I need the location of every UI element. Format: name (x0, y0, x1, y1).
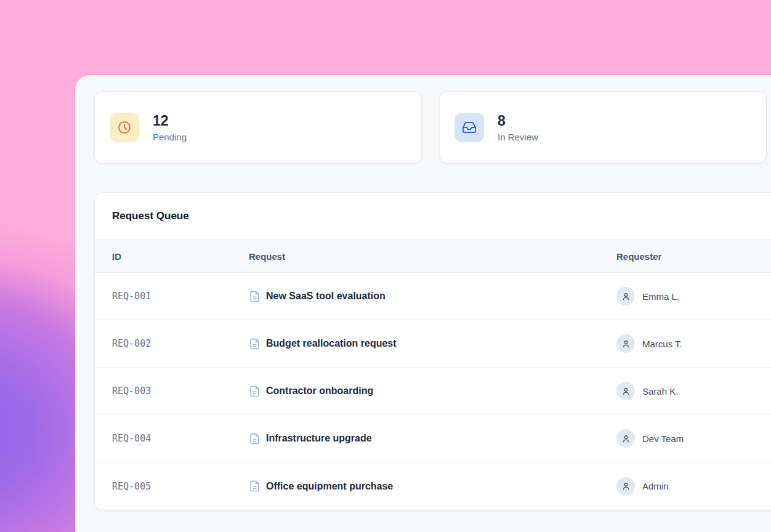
request-cell: Infrastructure upgrade (246, 433, 616, 445)
request-id: REQ-002 (95, 338, 246, 349)
request-title: New SaaS tool evaluation (266, 291, 386, 302)
request-id: REQ-003 (95, 385, 246, 397)
request-title: Contractor onboarding (266, 385, 373, 397)
person-icon (616, 382, 635, 400)
request-id: REQ-004 (95, 433, 246, 444)
in-review-label: In Review (498, 132, 538, 142)
table-row[interactable]: REQ-004 Infrastructure upgrade Dev Team (95, 415, 771, 462)
column-header-request: Request (246, 251, 616, 262)
column-header-id: ID (95, 251, 246, 262)
person-icon (616, 287, 635, 305)
requester-cell: Admin (616, 477, 771, 496)
table-row[interactable]: REQ-002 Budget reallocation request Marc… (95, 320, 771, 368)
in-review-count: 8 (498, 113, 538, 129)
file-text-icon (249, 291, 260, 302)
request-cell: New SaaS tool evaluation (246, 291, 616, 302)
person-icon (616, 477, 635, 496)
file-text-icon (249, 385, 260, 397)
requester-name: Dev Team (642, 433, 684, 444)
request-cell: Office equipment purchase (246, 480, 616, 492)
file-text-icon (249, 433, 260, 445)
request-id: REQ-001 (95, 291, 246, 302)
file-text-icon (249, 338, 260, 350)
background-gradient: { "colors": { "background_pink": "#fbaed… (0, 0, 771, 532)
request-id: REQ-005 (95, 481, 246, 492)
stat-text: 8 In Review (498, 113, 538, 142)
inbox-icon (454, 113, 484, 142)
requester-cell: Emma L. (616, 287, 771, 305)
stat-card-pending: 12 Pending (94, 91, 422, 164)
table-row[interactable]: REQ-003 Contractor onboarding Sarah K. (95, 368, 771, 415)
stat-card-in-review: 8 In Review (439, 91, 767, 164)
table-row[interactable]: REQ-005 Office equipment purchase Admin (95, 462, 771, 510)
main-panel: 12 Pending 8 In Review Request Queue ID … (75, 75, 771, 532)
requester-name: Emma L. (642, 291, 679, 302)
person-icon (616, 429, 635, 448)
pending-label: Pending (153, 132, 187, 142)
request-title: Infrastructure upgrade (266, 433, 372, 444)
table-title: Request Queue (95, 193, 771, 240)
table-body: REQ-001 New SaaS tool evaluation Emma L. (95, 273, 771, 510)
requester-name: Sarah K. (642, 386, 678, 397)
requester-name: Marcus T. (642, 339, 682, 349)
requester-cell: Sarah K. (616, 382, 771, 400)
request-cell: Contractor onboarding (246, 385, 616, 397)
request-title: Budget reallocation request (266, 338, 397, 349)
stat-text: 12 Pending (153, 113, 187, 142)
requester-name: Admin (642, 481, 669, 491)
table-header-row: ID Request Requester (95, 240, 771, 273)
pending-count: 12 (153, 113, 187, 129)
clock-icon (110, 113, 139, 142)
request-cell: Budget reallocation request (246, 338, 616, 350)
column-header-requester: Requester (616, 251, 771, 262)
person-icon (616, 334, 635, 353)
requester-cell: Dev Team (616, 429, 771, 448)
requester-cell: Marcus T. (616, 334, 771, 353)
stats-row: 12 Pending 8 In Review (94, 91, 767, 164)
request-title: Office equipment purchase (266, 481, 393, 492)
request-queue-card: Request Queue ID Request Requester REQ-0… (94, 192, 771, 510)
table-row[interactable]: REQ-001 New SaaS tool evaluation Emma L. (95, 273, 771, 320)
file-text-icon (249, 480, 260, 492)
